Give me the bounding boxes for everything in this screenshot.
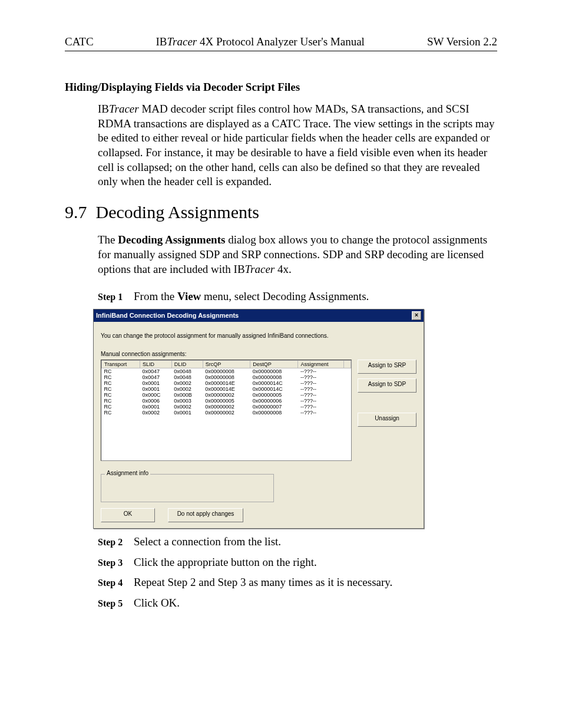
step-3: Step 3 Click the appropriate button on t…	[98, 555, 497, 570]
page-header: CATC IBTracer 4X Protocol Analyzer User'…	[65, 35, 497, 51]
step-label: Step 5	[98, 598, 123, 608]
step-label: Step 4	[98, 578, 123, 588]
table-row[interactable]: RC0x00470x00480x000000080x00000008--???-…	[102, 374, 351, 380]
table-row[interactable]: RC0x00010x00020x0000014E0x0000014C--???-…	[102, 380, 351, 386]
fieldset-label: Assignment info	[105, 470, 150, 476]
table-row[interactable]: RC0x00470x00480x000000080x00000008--???-…	[102, 368, 351, 374]
table-row[interactable]: RC0x00020x00010x000000020x00000008--???-…	[102, 410, 351, 416]
header-left: CATC	[65, 35, 94, 48]
step-4: Step 4 Repeat Step 2 and Step 3 as many …	[98, 575, 497, 590]
table-row[interactable]: RC0x00010x00020x000000020x00000007--???-…	[102, 404, 351, 410]
step-5: Step 5 Click OK.	[98, 596, 497, 611]
paragraph-hiding-fields: IBTracer MAD decoder script files contro…	[98, 102, 497, 189]
section-heading: 9.7 Decoding Assignments	[65, 202, 497, 222]
header-center: IBTracer 4X Protocol Analyzer User's Man…	[94, 35, 427, 48]
unassign-button[interactable]: Unassign	[358, 413, 416, 427]
step-label: Step 3	[98, 558, 123, 568]
step-1: Step 1 From the View menu, select Decodi…	[98, 289, 497, 304]
assign-to-srp-button[interactable]: Assign to SRP	[358, 360, 416, 374]
list-label: Manual connection assignments:	[101, 351, 416, 357]
dialog-title: InfiniBand Connection Decoding Assignmen…	[96, 312, 239, 319]
table-row[interactable]: RC0x000C0x000B0x000000020x00000005--???-…	[102, 392, 351, 398]
do-not-apply-button[interactable]: Do not apply changes	[168, 508, 243, 522]
paragraph-decoding-assignments: The Decoding Assignments dialog box allo…	[98, 233, 497, 276]
assign-to-sdp-button[interactable]: Assign to SDP	[358, 378, 416, 393]
ok-button[interactable]: OK	[101, 508, 155, 522]
assignment-info-group: Assignment info	[101, 474, 274, 502]
dialog-description: You can change the protocol assignment f…	[101, 332, 416, 339]
table-row[interactable]: RC0x00010x00020x0000014E0x0000014C--???-…	[102, 386, 351, 392]
step-label: Step 1	[98, 292, 123, 302]
connection-list[interactable]: Transport SLID DLID SrcQP DestQP Assignm…	[101, 360, 352, 461]
table-row[interactable]: RC0x00060x00030x000000050x00000006--???-…	[102, 398, 351, 404]
step-2: Step 2 Select a connection from the list…	[98, 535, 497, 549]
header-right: SW Version 2.2	[427, 35, 497, 48]
subsection-heading: Hiding/Displaying Fields via Decoder Scr…	[65, 81, 497, 94]
decoding-assignments-dialog: InfiniBand Connection Decoding Assignmen…	[93, 309, 424, 529]
close-icon[interactable]: ×	[412, 311, 421, 320]
table-header-row: Transport SLID DLID SrcQP DestQP Assignm…	[102, 360, 351, 368]
dialog-titlebar: InfiniBand Connection Decoding Assignmen…	[94, 309, 424, 322]
step-label: Step 2	[98, 537, 123, 547]
